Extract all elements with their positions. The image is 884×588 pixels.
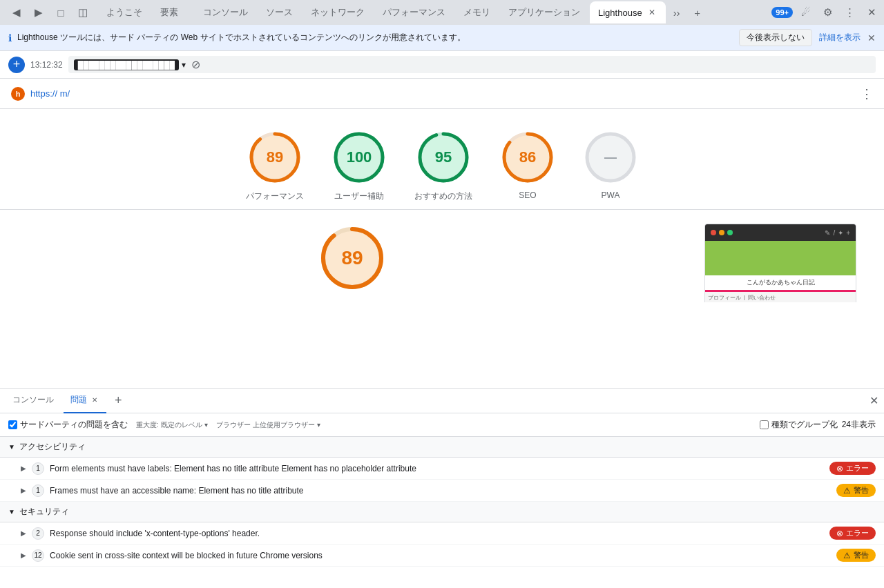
category-label-accessibility: アクセシビリティ xyxy=(19,441,86,453)
url-text-blurred: ██████████████████ xyxy=(74,59,179,70)
issue-x-content-type: ▶ 2 Response should include 'x-content-t… xyxy=(0,522,884,545)
performance-left: 89 パフォーマンス 推定値のため変動する可能性があります。 パフォーマンス ス… xyxy=(28,224,677,302)
thumb-nav: プロフィール | 問い合わせ xyxy=(705,292,856,302)
score-best-practices: 95 おすすめの方法 xyxy=(414,130,472,202)
issue-cookie-blocked: ▶ 12 Cookie sent in cross-site context w… xyxy=(0,545,884,567)
category-label-security: セキュリティ xyxy=(19,506,69,518)
cast-button[interactable]: ☄ xyxy=(796,3,815,22)
issue-count-x-content-type: 2 xyxy=(32,527,44,540)
issue-text-x-content-type: Response should include 'x-content-type-… xyxy=(50,529,824,538)
details-link[interactable]: 詳細を表示 xyxy=(819,32,861,43)
group-by-checkbox[interactable] xyxy=(760,420,769,429)
tab-console[interactable]: コンソール xyxy=(195,1,256,23)
more-options-button[interactable]: ⋮ xyxy=(840,3,859,22)
score-circle-accessibility: 100 xyxy=(332,130,387,185)
group-by-toggle[interactable]: 種類でグループ化 xyxy=(760,419,838,431)
severity-filter[interactable]: 重大度: 既定のレベル ▾ xyxy=(136,420,208,430)
score-seo: 86 SEO xyxy=(500,130,555,202)
score-circle-performance: 89 xyxy=(247,130,302,185)
dismiss-banner-button[interactable]: 今後表示しない xyxy=(739,29,812,46)
issue-count-cookie-blocked: 12 xyxy=(32,549,44,562)
issue-expand-frame-names[interactable]: ▶ xyxy=(21,487,26,494)
issue-expand-cookie-blocked[interactable]: ▶ xyxy=(21,551,26,559)
tab-sources[interactable]: ソース xyxy=(258,1,301,23)
clear-button[interactable]: ⊘ xyxy=(191,58,200,71)
new-tab-add-button[interactable]: + xyxy=(688,3,707,22)
site-url: https:// m/ xyxy=(30,88,70,99)
performance-right: ✎/✦+ こんがるかあちゃん日記 プロフィール | 問い合わせ 過ぎたのか~うう xyxy=(704,224,856,302)
thumb-titlebar: ✎/✦+ xyxy=(705,224,856,241)
score-label-accessibility: ユーザー補助 xyxy=(334,190,384,202)
tab-network[interactable]: ネットワーク xyxy=(302,1,373,23)
add-report-button[interactable]: + xyxy=(8,57,25,73)
score-value-best-practices: 95 xyxy=(435,148,452,166)
issue-expand-form-labels[interactable]: ▶ xyxy=(21,464,26,472)
issue-count-frame-names: 1 xyxy=(32,484,44,497)
info-icon: ℹ xyxy=(8,32,12,43)
close-panel-button[interactable]: ✕ xyxy=(869,394,878,407)
info-banner: ℹ Lighthouse ツールには、サード パーティの Web サイトでホスト… xyxy=(0,25,884,51)
bottom-tab-console[interactable]: コンソール xyxy=(6,389,61,413)
url-dropdown[interactable]: ██████████████████ ▾ xyxy=(74,59,186,70)
site-more-options[interactable]: ⋮ xyxy=(861,86,873,101)
score-pwa: — PWA xyxy=(583,130,638,202)
third-party-toggle[interactable]: サードパーティの問題を含む xyxy=(8,419,128,431)
score-circle-pwa: — xyxy=(583,130,638,185)
tab-application[interactable]: アプリケーション xyxy=(500,1,588,23)
score-value-performance: 89 xyxy=(267,148,283,166)
score-accessibility: 100 ユーザー補助 xyxy=(332,130,387,202)
info-banner-right: 今後表示しない 詳細を表示 ✕ xyxy=(739,29,876,46)
score-label-pwa: PWA xyxy=(602,190,620,200)
category-accessibility[interactable]: ▼ アクセシビリティ xyxy=(0,437,884,458)
tab-welcome[interactable]: ようこそ xyxy=(98,1,151,23)
more-tabs-button[interactable]: ›› xyxy=(667,3,686,22)
issues-list: ▼ アクセシビリティ ▶ 1 Form elements must have l… xyxy=(0,437,884,588)
new-tab-button[interactable]: □ xyxy=(51,3,70,22)
add-panel-button[interactable]: + xyxy=(109,393,128,408)
tab-elements[interactable]: 要素 xyxy=(152,1,193,23)
score-label-performance: パフォーマンス xyxy=(246,190,304,202)
browser-tab-bar: ◀ ▶ □ ◫ ようこそ 要素 コンソール ソース ネットワーク パフォーマンス… xyxy=(0,0,884,25)
browser-filter[interactable]: ブラウザー 上位使用ブラウザー ▾ xyxy=(216,420,320,430)
issues-toolbar-right: 種類でグループ化 24非表示 xyxy=(760,419,876,431)
bottom-tab-issues[interactable]: 問題 ✕ xyxy=(64,389,106,413)
thumb-dot-red xyxy=(711,230,716,235)
warning-icon-cookie-blocked: ⚠ xyxy=(843,551,851,560)
url-dropdown-arrow: ▾ xyxy=(182,60,186,70)
close-window-button[interactable]: ✕ xyxy=(862,3,881,22)
third-party-checkbox[interactable] xyxy=(8,420,17,429)
score-value-seo: 86 xyxy=(519,148,536,166)
banner-close-button[interactable]: ✕ xyxy=(867,32,876,43)
tab-bar-nav-icons: ◀ ▶ □ ◫ xyxy=(3,3,97,22)
forward-button[interactable]: ▶ xyxy=(29,3,48,22)
performance-title: パフォーマンス xyxy=(297,301,407,302)
thumb-header-green xyxy=(705,241,856,275)
lighthouse-toolbar: + 13:12:32 ██████████████████ ▾ ⊘ xyxy=(0,51,884,79)
issues-count: 24非表示 xyxy=(842,419,876,431)
issue-count-form-labels: 1 xyxy=(32,462,44,475)
issue-text-cookie-blocked: Cookie sent in cross-site context will b… xyxy=(50,551,831,560)
tab-memory[interactable]: メモリ xyxy=(455,1,499,23)
category-security[interactable]: ▼ セキュリティ xyxy=(0,502,884,522)
report-timestamp: 13:12:32 xyxy=(30,60,63,70)
settings-button[interactable]: ⚙ xyxy=(818,3,837,22)
score-value-pwa: — xyxy=(604,150,617,165)
tab-bar-right: 99+ ☄ ⚙ ⋮ ✕ xyxy=(771,3,881,22)
error-icon-form-labels: ⊗ xyxy=(836,464,843,473)
warning-icon-frame-names: ⚠ xyxy=(843,486,851,496)
performance-score-big: 89 xyxy=(318,224,387,293)
badge-form-labels: ⊗ エラー xyxy=(829,462,876,475)
issue-expand-x-content-type[interactable]: ▶ xyxy=(21,529,26,537)
tab-performance[interactable]: パフォーマンス xyxy=(374,1,454,23)
issue-form-labels: ▶ 1 Form elements must have labels: Elem… xyxy=(0,458,884,480)
category-caret-accessibility: ▼ xyxy=(8,443,15,451)
tab-groups-button[interactable]: ◫ xyxy=(73,3,93,22)
issue-text-form-labels: Form elements must have labels: Element … xyxy=(50,464,824,473)
issue-text-frame-names: Frames must have an accessible name: Ele… xyxy=(50,486,831,496)
tab-lighthouse-close[interactable]: ✕ xyxy=(646,7,657,18)
score-performance: 89 パフォーマンス xyxy=(246,130,304,202)
back-button[interactable]: ◀ xyxy=(7,3,26,22)
tab-lighthouse[interactable]: Lighthouse ✕ xyxy=(590,1,666,23)
category-caret-security: ▼ xyxy=(8,508,15,516)
issues-tab-close[interactable]: ✕ xyxy=(90,395,99,405)
